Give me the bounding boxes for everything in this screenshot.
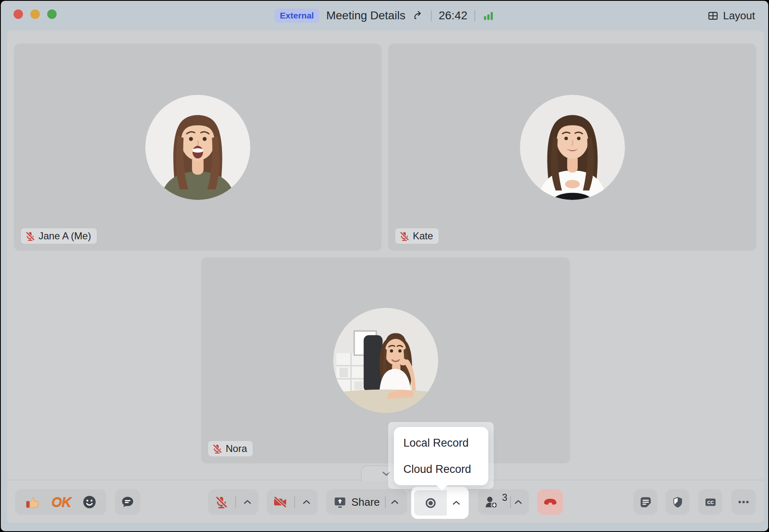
notes-icon — [639, 496, 652, 509]
meeting-timer: 26:42 — [439, 9, 467, 22]
ok-reaction[interactable]: OK — [51, 494, 71, 510]
avatar-nora — [333, 308, 438, 413]
security-button[interactable] — [666, 489, 689, 515]
grid-layout-icon — [707, 10, 719, 21]
participants-group: 3 — [478, 489, 529, 515]
meeting-window: External Meeting Details 26:42 — [1, 1, 768, 531]
camera-toggle-button[interactable] — [273, 495, 288, 509]
record-circle-icon — [424, 497, 437, 509]
video-tile-nora[interactable]: Nora — [201, 257, 570, 463]
chat-button[interactable] — [115, 489, 140, 515]
minimize-window-button[interactable] — [30, 9, 40, 19]
button-divider — [294, 496, 295, 508]
chevron-up-icon — [390, 497, 400, 507]
mic-muted-icon — [214, 495, 229, 509]
button-divider — [385, 496, 386, 508]
chevron-up-icon — [451, 498, 461, 508]
chevron-up-icon — [243, 497, 252, 507]
thumbs-up-icon — [24, 494, 41, 510]
participants-button[interactable] — [484, 495, 499, 510]
signal-bars-icon — [482, 9, 494, 22]
captions-button[interactable]: CC — [698, 489, 722, 515]
button-divider — [510, 496, 511, 508]
smiley-icon — [82, 494, 97, 510]
reactions-group: OK — [15, 489, 106, 515]
record-options-button[interactable] — [447, 490, 466, 516]
participants-count-badge: 3 — [502, 492, 507, 503]
shield-icon — [671, 496, 684, 509]
titlebar-divider — [474, 10, 475, 21]
participant-name: Nora — [226, 443, 247, 454]
camera-group — [267, 489, 318, 515]
record-button[interactable] — [414, 490, 447, 516]
share-options-button[interactable] — [390, 497, 400, 507]
participants-options-button[interactable] — [513, 497, 523, 507]
person-add-icon — [484, 495, 499, 510]
notes-button[interactable] — [634, 489, 657, 515]
camera-options-button[interactable] — [302, 497, 311, 507]
meeting-title[interactable]: Meeting Details — [326, 9, 405, 22]
zoom-window-button[interactable] — [47, 9, 57, 19]
menu-item-cloud-record[interactable]: Cloud Record — [394, 456, 488, 482]
chat-bubble-icon — [121, 495, 135, 509]
share-screen-group: Share — [326, 489, 407, 515]
phone-hangup-icon — [542, 494, 558, 510]
record-group — [411, 487, 469, 519]
name-badge: Jane A (Me) — [21, 228, 97, 244]
name-badge: Kate — [395, 228, 439, 244]
chevron-up-icon — [302, 497, 311, 507]
share-label: Share — [351, 496, 380, 509]
mic-muted-icon — [399, 231, 410, 242]
emoji-picker-button[interactable] — [82, 494, 97, 510]
cc-icon: CC — [704, 496, 717, 509]
layout-button[interactable]: Layout — [707, 1, 755, 30]
screen-share-icon — [334, 496, 346, 509]
video-tile-kate[interactable]: Kate — [388, 44, 756, 251]
mic-muted-icon — [25, 231, 36, 242]
avatar-kate — [520, 95, 625, 200]
meeting-stage: Jane A (Me) — [7, 30, 764, 523]
participant-name: Jane A (Me) — [39, 230, 91, 242]
button-divider — [235, 496, 236, 508]
svg-text:CC: CC — [707, 500, 714, 505]
record-menu-popup: Local Record Cloud Record — [394, 427, 488, 485]
close-window-button[interactable] — [14, 9, 23, 19]
share-arrow-icon[interactable] — [412, 10, 424, 21]
microphone-group — [208, 489, 259, 515]
camera-off-icon — [273, 495, 288, 509]
popup-caret — [435, 484, 449, 491]
share-screen-button[interactable] — [334, 496, 346, 509]
mic-options-button[interactable] — [243, 497, 252, 507]
mute-toggle-button[interactable] — [214, 495, 229, 509]
thumbs-up-reaction[interactable] — [24, 494, 41, 510]
titlebar: External Meeting Details 26:42 — [1, 1, 768, 30]
hangup-button[interactable] — [537, 489, 563, 515]
participant-name: Kate — [413, 230, 433, 242]
layout-label: Layout — [723, 9, 755, 22]
chevron-up-icon — [513, 497, 523, 507]
external-badge: External — [275, 9, 319, 23]
titlebar-divider — [431, 10, 432, 21]
mic-muted-icon — [212, 443, 223, 454]
menu-item-local-record[interactable]: Local Record — [394, 430, 488, 456]
traffic-lights — [14, 9, 57, 19]
more-button[interactable] — [731, 489, 756, 515]
ellipsis-icon — [737, 495, 750, 509]
name-badge: Nora — [208, 440, 253, 457]
video-tile-jane[interactable]: Jane A (Me) — [14, 44, 382, 251]
avatar-jane — [145, 95, 250, 200]
